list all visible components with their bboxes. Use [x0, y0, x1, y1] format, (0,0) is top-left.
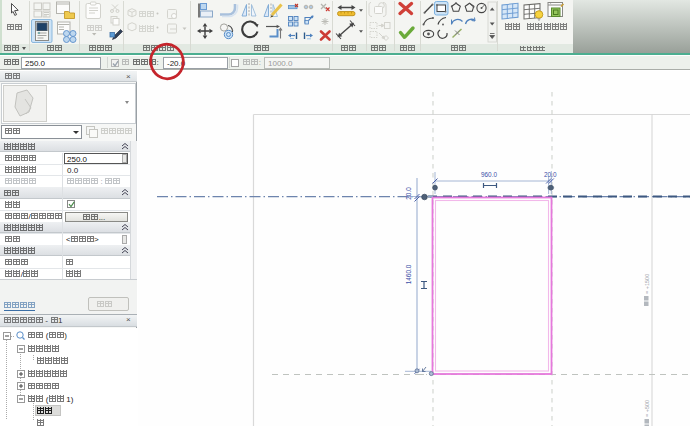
svg-text:20.0: 20.0	[544, 171, 557, 178]
svg-text:= +500: = +500	[644, 400, 650, 417]
svg-text:1460.0: 1460.0	[405, 264, 412, 284]
svg-text:= +1500: = +1500	[644, 274, 650, 294]
svg-text:960.0: 960.0	[481, 171, 497, 178]
svg-text:20.0: 20.0	[405, 187, 412, 200]
